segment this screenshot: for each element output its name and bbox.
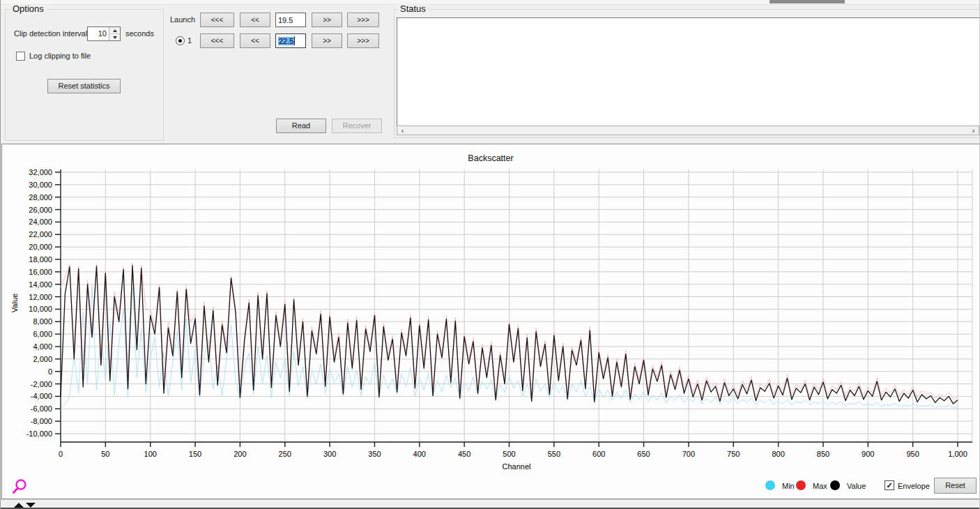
- app-window: { "options": { "title": "Options", "clip…: [0, 0, 980, 509]
- y-tick-label: 6,000: [33, 330, 52, 338]
- y-tick-label: 30,000: [29, 181, 52, 189]
- y-tick-label: 16,000: [29, 268, 52, 276]
- clip-interval-value[interactable]: 10: [88, 27, 109, 40]
- x-tick-label: 100: [144, 450, 157, 458]
- radio-dot-icon: [178, 39, 182, 43]
- launch-label: Launch: [170, 15, 195, 24]
- x-tick-label: 250: [279, 450, 291, 458]
- text-caret: [294, 36, 295, 45]
- launch-row1-value[interactable]: [278, 16, 305, 24]
- gridlines: [61, 169, 972, 442]
- y-tick-label: -6,000: [31, 404, 52, 413]
- splitter-up-icon[interactable]: [14, 503, 24, 508]
- status-textarea[interactable]: [397, 17, 980, 127]
- backscatter-plot: -10,000-8,000-6,000-4,000-2,00002,0004,0…: [2, 144, 979, 499]
- x-tick-label: 950: [906, 450, 919, 458]
- y-tick-label: 12,000: [29, 293, 52, 301]
- channel-1-radio[interactable]: [176, 36, 185, 45]
- scroll-left-icon[interactable]: ‹: [397, 127, 408, 135]
- clip-interval-label: Clip detection interval: [14, 29, 87, 38]
- y-tick-label: -2,000: [31, 380, 52, 388]
- launch-row2-fast-back-button[interactable]: <<<: [200, 33, 234, 48]
- x-tick-label: 350: [368, 450, 381, 458]
- y-tick-label: -4,000: [31, 392, 52, 400]
- y-tick-label: 10,000: [29, 305, 52, 313]
- x-tick-label: 700: [682, 450, 695, 458]
- magnifier-icon[interactable]: [9, 478, 29, 497]
- options-groupbox: Options Clip detection interval 10 secon…: [5, 9, 164, 141]
- launch-row2-value-input[interactable]: 22.5: [275, 33, 306, 48]
- y-tick-label: 18,000: [29, 255, 52, 264]
- legend-value-dot: [830, 480, 840, 490]
- spin-down-icon: [113, 36, 117, 39]
- log-clipping-checkbox[interactable]: [16, 52, 25, 61]
- axis-ticks: [55, 172, 958, 447]
- y-axis-label: Value: [10, 294, 19, 312]
- status-h-scrollbar[interactable]: ‹ ›: [397, 126, 979, 135]
- legend-min-dot: [765, 480, 775, 490]
- recover-button[interactable]: Recover: [332, 119, 382, 133]
- y-tick-label: -10,000: [26, 430, 52, 438]
- x-axis-label: Channel: [503, 462, 531, 471]
- y-tick-label: 28,000: [29, 193, 52, 202]
- tick-labels: -10,000-8,000-6,000-4,000-2,00002,0004,0…: [26, 168, 967, 458]
- top-section: Options Clip detection interval 10 secon…: [1, 4, 980, 144]
- launch-row2-fwd-button[interactable]: >>: [312, 33, 342, 48]
- channel-1-radio-label: 1: [187, 36, 192, 45]
- x-tick-label: 1,000: [948, 450, 967, 458]
- spin-down-button[interactable]: [109, 34, 120, 40]
- x-tick-label: 800: [772, 450, 784, 458]
- legend-value-label: Value: [847, 482, 866, 490]
- y-tick-label: 4,000: [33, 342, 52, 351]
- status-groupbox: Status ‹ ›: [394, 9, 980, 138]
- x-tick-label: 650: [637, 450, 650, 458]
- y-tick-label: 8,000: [33, 317, 52, 326]
- y-tick-label: 14,000: [29, 280, 52, 289]
- launch-row1-fwd-button[interactable]: >>: [312, 13, 342, 27]
- status-title: Status: [397, 3, 429, 14]
- x-tick-label: 300: [323, 450, 336, 458]
- read-button[interactable]: Read: [276, 119, 326, 133]
- check-icon: ✓: [886, 481, 892, 490]
- x-tick-label: 500: [503, 450, 515, 458]
- y-tick-label: 24,000: [29, 218, 52, 226]
- y-tick-label: 20,000: [29, 243, 52, 251]
- x-tick-label: 400: [413, 450, 426, 458]
- top-scrollbar-thumb[interactable]: [770, 0, 845, 3]
- launch-row2-value[interactable]: 22.5: [278, 37, 294, 45]
- splitter-down-icon[interactable]: [26, 503, 36, 508]
- reset-statistics-button[interactable]: Reset statistics: [47, 79, 121, 93]
- launch-row1-fast-fwd-button[interactable]: >>>: [347, 13, 379, 27]
- clip-interval-spinner[interactable]: 10: [87, 26, 121, 41]
- y-tick-label: 22,000: [29, 230, 52, 238]
- x-tick-label: 600: [592, 450, 605, 458]
- x-tick-label: 450: [458, 450, 470, 458]
- launch-row1-value-input[interactable]: [275, 13, 306, 27]
- clip-interval-unit: seconds: [125, 29, 154, 38]
- x-tick-label: 200: [233, 450, 246, 458]
- chart-panel: Backscatter -10,000-8,000-6,000-4,000-2,…: [1, 144, 980, 499]
- x-tick-label: 900: [862, 450, 874, 458]
- spin-up-button[interactable]: [109, 27, 120, 34]
- launch-row2-fast-fwd-button[interactable]: >>>: [347, 33, 379, 48]
- legend-max-dot: [796, 480, 806, 490]
- envelope-checkbox[interactable]: ✓: [885, 480, 894, 490]
- legend-min-label: Min: [782, 482, 795, 490]
- legend-max-label: Max: [813, 482, 827, 490]
- launch-row1-back-button[interactable]: <<: [240, 13, 270, 27]
- x-tick-label: 150: [189, 450, 201, 458]
- x-tick-label: 850: [817, 450, 829, 458]
- y-tick-label: -8,000: [31, 417, 52, 425]
- launch-row1-fast-back-button[interactable]: <<<: [200, 13, 234, 27]
- x-tick-label: 750: [727, 450, 740, 458]
- scroll-right-icon[interactable]: ›: [968, 127, 979, 135]
- envelope-label: Envelope: [898, 482, 930, 490]
- chart-reset-button[interactable]: Reset: [934, 478, 977, 494]
- y-tick-label: 26,000: [29, 206, 52, 214]
- options-title: Options: [10, 3, 47, 14]
- x-tick-label: 550: [548, 450, 560, 458]
- log-clipping-label: Log clipping to file: [29, 52, 91, 60]
- y-tick-label: 0: [48, 367, 52, 376]
- y-tick-label: 32,000: [29, 168, 52, 176]
- launch-row2-back-button[interactable]: <<: [240, 33, 270, 48]
